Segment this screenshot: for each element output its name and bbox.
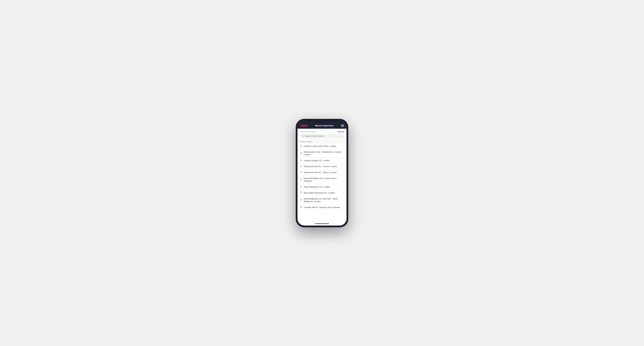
location-pin-icon (300, 206, 302, 209)
location-pin-icon (300, 192, 302, 194)
app-logo: clippd (300, 124, 308, 127)
search-icon (302, 135, 304, 137)
course-name: Brent Valley Municipal GC, London (304, 192, 335, 194)
course-name: Royal Wimbledon GC, Great London Authori… (304, 177, 344, 182)
list-item[interactable]: Central London Golf Centre, London (298, 143, 346, 149)
course-name: Richmond Park GC - Duke's, London (304, 171, 337, 174)
location-pin-icon (300, 178, 302, 181)
course-name: Roehampton Club - Roehampton, Greater Lo… (304, 151, 344, 156)
list-item[interactable]: Coombe Hill GC, Kingston upon Thames (298, 204, 346, 210)
course-name: Coombe Hill GC, Kingston upon Thames (304, 206, 340, 209)
nav-bar: clippd Recent Searches (298, 123, 346, 129)
course-name: London Scottish GC, London (304, 159, 330, 162)
home-bar (315, 223, 329, 224)
find-label: Find a Golf Course (300, 131, 316, 133)
list-item[interactable]: Richmond Park GC - Duke's, London (298, 170, 346, 175)
course-name: Central London Golf Centre, London (304, 145, 336, 148)
nav-title: Recent Searches (315, 124, 334, 127)
list-item[interactable]: Royal Wimbledon GC, Great London Authori… (298, 175, 346, 184)
find-header: Find a Golf Course Cancel (298, 129, 346, 134)
course-list: Central London Golf Centre, LondonRoeham… (298, 143, 346, 222)
list-item[interactable]: Brent Valley Municipal GC, London (298, 190, 346, 196)
location-pin-icon (300, 145, 302, 147)
location-pin-icon (300, 186, 302, 188)
status-bar (298, 121, 346, 123)
search-box (300, 134, 344, 139)
location-pin-icon (300, 152, 302, 155)
svg-line-1 (303, 137, 304, 137)
course-name: Dukes Meadows GC, London (304, 186, 330, 188)
list-item[interactable]: Roehampton Club - Roehampton, Greater Lo… (298, 149, 346, 158)
cancel-button[interactable]: Cancel (338, 130, 344, 133)
home-indicator (298, 222, 346, 225)
list-item[interactable]: Richmond Park GC - Prince's, Surrey (298, 164, 346, 170)
content-area: Find a Golf Course Cancel Nearby courses… (298, 129, 346, 222)
phone-screen: clippd Recent Searches Find a Golf Cours… (298, 121, 346, 225)
search-input[interactable] (305, 135, 342, 137)
course-name: North Middlesex GC (1011942 - North Midd… (304, 197, 344, 203)
location-pin-icon (300, 199, 302, 201)
nearby-section-label: Nearby courses (298, 140, 346, 143)
phone-frame: clippd Recent Searches Find a Golf Cours… (296, 119, 348, 227)
list-item[interactable]: London Scottish GC, London (298, 158, 346, 164)
list-item[interactable]: North Middlesex GC (1011942 - North Midd… (298, 196, 346, 204)
location-pin-icon (300, 171, 302, 174)
location-pin-icon (300, 166, 302, 168)
location-pin-icon (300, 160, 302, 162)
menu-icon[interactable] (341, 125, 344, 127)
course-name: Richmond Park GC - Prince's, Surrey (304, 165, 337, 168)
list-item[interactable]: Dukes Meadows GC, London (298, 184, 346, 190)
